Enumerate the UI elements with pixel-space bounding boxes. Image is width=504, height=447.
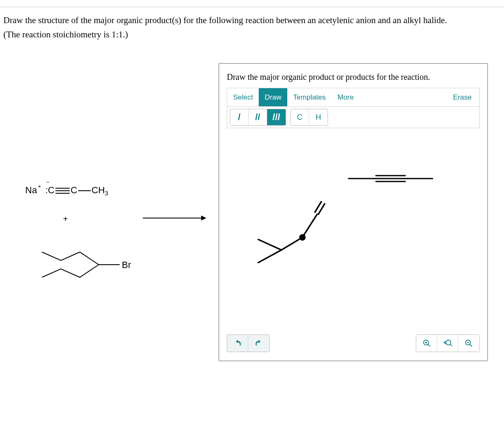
svg-line-10 <box>428 344 430 347</box>
redo-button[interactable] <box>248 335 269 352</box>
redo-icon <box>255 339 263 347</box>
toolbar-tools: / // /// C H <box>227 107 479 128</box>
undo-button[interactable] <box>227 335 248 352</box>
reactant-acetylide: Na+ −:CCCH3 <box>25 185 108 197</box>
carbanion-prefix: −:C <box>45 185 55 195</box>
atom-tool-group: C H <box>290 109 328 126</box>
svg-line-14 <box>450 344 452 346</box>
question-prompt: Draw the structure of the major organic … <box>3 13 487 42</box>
toolbar-tabs: Select Draw Templates More Erase <box>227 88 479 107</box>
double-bond-tool[interactable]: // <box>249 109 267 125</box>
zoom-in-button[interactable] <box>416 335 437 352</box>
plus-symbol: + <box>63 214 68 224</box>
question-line2: (The reaction stoichiometry is 1:1.) <box>3 29 128 39</box>
page-divider <box>0 7 504 7</box>
zoom-out-icon <box>465 339 473 347</box>
panel-title: Draw the major organic product or produc… <box>219 64 487 88</box>
sodium-charge: + <box>38 183 41 189</box>
single-bond-tool[interactable]: / <box>230 109 249 125</box>
hydrogen-atom-tool[interactable]: H <box>309 109 328 125</box>
bromine-label: Br <box>122 260 131 271</box>
sodium-label: Na <box>25 185 37 195</box>
drawing-panel: Draw the major organic product or produc… <box>218 63 488 361</box>
tab-more[interactable]: More <box>331 88 360 106</box>
triple-bond-tool[interactable]: /// <box>267 109 286 125</box>
zoom-out-button[interactable] <box>458 335 479 352</box>
drawing-canvas[interactable] <box>227 132 480 300</box>
alkyl-halide-structure <box>38 239 130 290</box>
zoom-reset-button[interactable] <box>437 335 458 352</box>
zoom-in-icon <box>423 339 431 347</box>
single-bond-icon <box>78 190 91 191</box>
erase-button[interactable]: Erase <box>446 88 479 106</box>
svg-line-16 <box>470 344 472 347</box>
carbon-atom-tool[interactable]: C <box>291 109 309 125</box>
triple-bond-icon <box>55 188 70 194</box>
svg-point-13 <box>446 340 451 345</box>
carbanion-charge: − <box>46 179 50 185</box>
tab-draw[interactable]: Draw <box>259 88 287 106</box>
undo-icon <box>234 339 242 347</box>
reaction-scheme: Na+ −:CCCH3 + Br <box>25 181 210 298</box>
canvas-controls <box>227 334 480 352</box>
reaction-arrow <box>143 218 206 218</box>
canvas-drawing <box>227 132 479 296</box>
tab-templates[interactable]: Templates <box>287 88 331 106</box>
history-controls <box>227 334 270 352</box>
tab-select[interactable]: Select <box>227 88 259 106</box>
reactant-alkyl-halide: Br <box>38 239 130 290</box>
zoom-controls <box>416 334 480 352</box>
drawing-toolbar: Select Draw Templates More Erase / // //… <box>227 88 480 128</box>
svg-point-3 <box>300 235 305 240</box>
question-line1: Draw the structure of the major organic … <box>3 15 447 25</box>
methyl-group: CH3 <box>92 185 108 195</box>
zoom-reset-icon <box>443 339 452 347</box>
bond-tool-group: / // /// <box>230 109 286 126</box>
